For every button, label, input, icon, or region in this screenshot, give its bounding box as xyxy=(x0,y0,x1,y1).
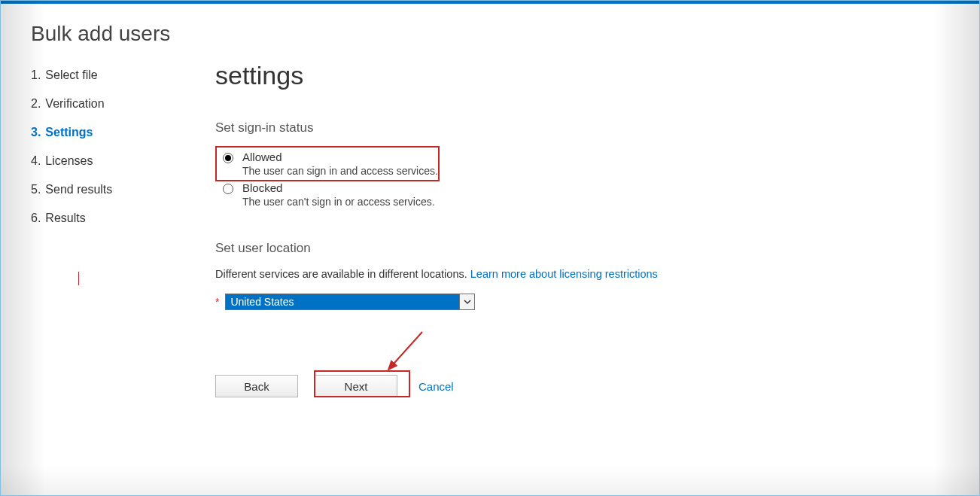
wizard-steps: 1.Select file 2.Verification 3.Settings … xyxy=(31,61,181,233)
radio-allowed[interactable]: Allowed The user can sign in and access … xyxy=(223,148,949,178)
step-verification[interactable]: 2.Verification xyxy=(31,90,181,118)
text-cursor-icon xyxy=(78,272,79,285)
step-number: 2. xyxy=(31,97,41,110)
step-number: 5. xyxy=(31,183,41,196)
step-label: Verification xyxy=(45,97,104,110)
radio-text: Blocked The user can't sign in or access… xyxy=(242,181,435,208)
step-label: Licenses xyxy=(45,154,93,167)
location-select[interactable]: United States xyxy=(225,294,475,310)
signin-radio-group: Allowed The user can sign in and access … xyxy=(223,148,949,209)
step-number: 1. xyxy=(31,68,41,81)
step-select-file[interactable]: 1.Select file xyxy=(31,61,181,90)
step-send-results[interactable]: 5.Send results xyxy=(31,175,181,204)
step-settings[interactable]: 3.Settings xyxy=(31,118,181,147)
step-licenses[interactable]: 4.Licenses xyxy=(31,147,181,175)
radio-icon[interactable] xyxy=(223,184,233,194)
radio-description: The user can't sign in or access service… xyxy=(242,196,435,208)
licensing-restrictions-link[interactable]: Learn more about licensing restrictions xyxy=(470,268,658,280)
step-label: Settings xyxy=(45,126,93,138)
location-note-text: Different services are available in diff… xyxy=(215,268,470,280)
cancel-link[interactable]: Cancel xyxy=(418,380,454,393)
step-label: Results xyxy=(45,211,85,224)
radio-label: Blocked xyxy=(242,181,435,194)
page-title: Bulk add users xyxy=(31,22,170,46)
location-section-label: Set user location xyxy=(215,241,949,256)
radio-text: Allowed The user can sign in and access … xyxy=(242,151,438,177)
step-label: Select file xyxy=(45,68,97,81)
required-marker: * xyxy=(215,297,219,307)
step-number: 3. xyxy=(31,126,41,138)
radio-label: Allowed xyxy=(242,151,438,163)
radio-blocked[interactable]: Blocked The user can't sign in or access… xyxy=(223,178,949,209)
content-heading: settings xyxy=(215,61,949,90)
step-results[interactable]: 6.Results xyxy=(31,204,181,233)
location-note: Different services are available in diff… xyxy=(215,268,949,280)
step-number: 6. xyxy=(31,211,41,224)
back-button[interactable]: Back xyxy=(215,375,298,397)
chevron-down-icon[interactable] xyxy=(459,294,474,309)
step-number: 4. xyxy=(31,154,41,167)
radio-description: The user can sign in and access services… xyxy=(242,165,438,177)
next-button[interactable]: Next xyxy=(315,375,397,397)
radio-icon[interactable] xyxy=(223,153,233,163)
location-selected-value: United States xyxy=(226,294,459,309)
step-label: Send results xyxy=(45,183,112,196)
signin-section-label: Set sign-in status xyxy=(215,120,949,135)
